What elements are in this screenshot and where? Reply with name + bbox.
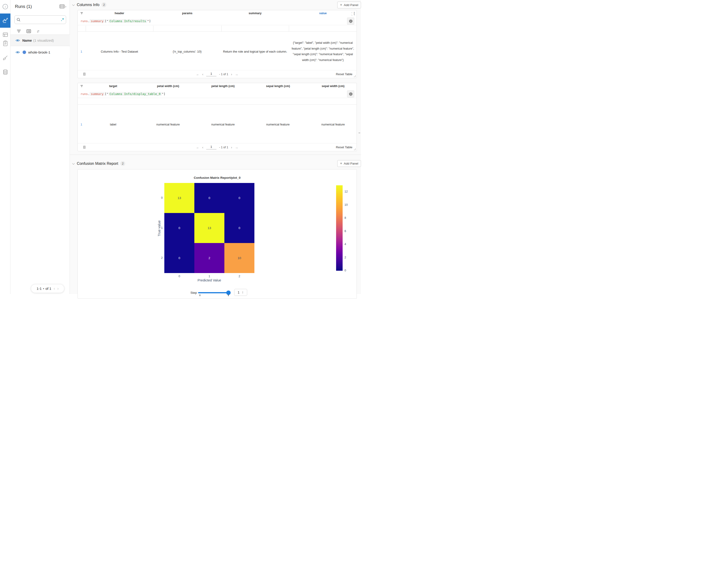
heatmap-cell-1-1[interactable]: 13 bbox=[194, 213, 225, 243]
heatmap-cell-0-1[interactable]: 0 bbox=[194, 183, 225, 213]
visibility-header-row[interactable]: Name (1 visualized) bbox=[10, 35, 70, 46]
panel-count-badge: 2 bbox=[102, 2, 106, 7]
row-height-icon[interactable] bbox=[83, 146, 85, 149]
column-petal-width[interactable]: petal width (cm) bbox=[141, 83, 195, 89]
heatmap-cell-2-2[interactable]: 10 bbox=[225, 243, 254, 273]
section-confusion-header: Confusion Matrix Report 2 bbox=[73, 161, 125, 166]
database-icon[interactable] bbox=[0, 69, 10, 75]
step-number-field[interactable]: ▴▾ bbox=[234, 289, 247, 294]
brush-icon[interactable] bbox=[0, 55, 10, 61]
column-petal-length[interactable]: petal length (cm) bbox=[195, 83, 251, 89]
row-index-link[interactable]: 1 bbox=[81, 50, 82, 53]
x-tick-0: 0 bbox=[164, 275, 194, 278]
column-params[interactable]: params bbox=[153, 10, 221, 16]
filter-icon[interactable] bbox=[78, 10, 86, 16]
y-tick-2: 2 bbox=[155, 256, 163, 259]
next-page-icon[interactable]: › bbox=[231, 72, 232, 76]
page-number-input[interactable] bbox=[206, 72, 216, 77]
runs-pagination[interactable]: 1-1 ▾ of 1 ‹ › bbox=[31, 284, 64, 293]
stepper-arrows-icon[interactable]: ▴▾ bbox=[242, 291, 243, 294]
reset-table-button[interactable]: Reset Table bbox=[336, 146, 353, 149]
section-title[interactable]: Confusion Matrix Report bbox=[77, 161, 118, 166]
section-title[interactable]: Columns Info bbox=[77, 3, 99, 7]
regex-toggle[interactable]: .* bbox=[61, 18, 64, 22]
results-table-panel: runs.summary["Columns Info/results"] hea… bbox=[78, 10, 357, 78]
column-header[interactable]: header bbox=[86, 10, 153, 16]
step-slider-track[interactable] bbox=[198, 292, 230, 293]
collapse-section-icon[interactable] bbox=[72, 162, 75, 164]
step-slider-thumb[interactable] bbox=[226, 291, 231, 294]
x-tick-2: 2 bbox=[225, 275, 254, 278]
panel-query-expression[interactable]: runs.summary["Columns Info/results"] bbox=[78, 17, 357, 25]
panel-settings-button[interactable] bbox=[347, 18, 354, 25]
table-header-row bbox=[78, 26, 357, 31]
step-input[interactable] bbox=[234, 291, 243, 294]
table-header-row bbox=[78, 99, 357, 105]
add-panel-button[interactable]: + Add Panel bbox=[337, 160, 361, 167]
first-page-icon[interactable]: ← bbox=[196, 146, 199, 149]
heatmap-cell-0-2[interactable]: 0 bbox=[225, 183, 254, 213]
heatmap-cell-2-0[interactable]: 0 bbox=[164, 243, 194, 273]
heatmap-cell-0-0[interactable]: 13 bbox=[164, 183, 194, 213]
y-tick-0: 0 bbox=[155, 196, 163, 200]
step-label: Step bbox=[183, 291, 197, 294]
next-page-icon[interactable]: › bbox=[231, 146, 232, 149]
page-number-input[interactable] bbox=[206, 145, 216, 150]
heatmap-cell-1-0[interactable]: 0 bbox=[164, 213, 194, 243]
plot-title: Confusion Matrix Report/plot_0 bbox=[78, 176, 357, 180]
x-tick-1: 1 bbox=[194, 275, 225, 278]
panel-resize-handle[interactable] bbox=[354, 75, 356, 77]
column-sepal-width[interactable]: sepal width (cm) bbox=[305, 83, 361, 89]
group-list-icon[interactable] bbox=[26, 29, 31, 33]
caret-down-icon[interactable]: ▾ bbox=[43, 288, 44, 290]
next-page-icon[interactable]: › bbox=[57, 286, 59, 291]
column-summary[interactable]: summary bbox=[221, 10, 289, 16]
column-sepal-length[interactable]: sepal length (cm) bbox=[251, 83, 305, 89]
sort-icon[interactable]: ↓↑ bbox=[37, 29, 39, 33]
prev-page-icon[interactable]: ‹ bbox=[54, 286, 55, 291]
table-panel-icon[interactable] bbox=[0, 31, 10, 38]
page-range[interactable]: 1-1 bbox=[37, 287, 42, 291]
eye-icon[interactable] bbox=[16, 51, 20, 54]
collapse-section-icon[interactable] bbox=[72, 3, 75, 5]
add-panel-button[interactable]: + Add Panel bbox=[337, 2, 361, 8]
eye-icon[interactable] bbox=[16, 39, 20, 42]
panel-settings-button[interactable] bbox=[347, 90, 354, 98]
filter-icon[interactable] bbox=[17, 29, 21, 33]
row-height-icon[interactable] bbox=[83, 72, 85, 76]
info-icon[interactable]: i bbox=[0, 3, 10, 10]
panel-resize-handle[interactable] bbox=[354, 148, 356, 150]
row-index-link[interactable]: 1 bbox=[81, 123, 82, 126]
colorbar-tick: 4 bbox=[344, 243, 346, 246]
last-page-icon[interactable]: → bbox=[235, 146, 238, 149]
plus-icon: + bbox=[340, 162, 342, 165]
visualized-count: (1 visualized) bbox=[33, 38, 54, 42]
run-search-box[interactable]: .* bbox=[15, 15, 66, 24]
filter-icon[interactable] bbox=[78, 83, 86, 89]
clipboard-icon[interactable] bbox=[0, 40, 10, 46]
column-value[interactable]: value bbox=[289, 10, 357, 16]
cell-target: label bbox=[110, 123, 116, 126]
panel-query-expression[interactable]: runs.summary["Columns Info/display_table… bbox=[78, 90, 357, 98]
column-menu-kebab-icon[interactable]: ⋮ bbox=[352, 10, 357, 16]
plus-icon: + bbox=[340, 3, 342, 7]
name-column-label: Name bbox=[22, 38, 32, 42]
workspace-tab-selected[interactable] bbox=[0, 14, 10, 28]
heatmap-cell-2-1[interactable]: 2 bbox=[194, 243, 225, 273]
prev-page-icon[interactable]: ‹ bbox=[202, 72, 204, 76]
gear-icon bbox=[348, 19, 353, 23]
search-icon bbox=[17, 18, 21, 22]
first-page-icon[interactable]: ← bbox=[196, 72, 199, 76]
last-page-icon[interactable]: → bbox=[235, 72, 238, 76]
scrollbar-thumb[interactable] bbox=[358, 132, 360, 133]
search-input[interactable] bbox=[22, 18, 61, 22]
runs-table-icon[interactable] bbox=[60, 4, 64, 8]
run-list-item[interactable]: whole-brook-1 bbox=[10, 46, 70, 58]
colorbar-tick: 2 bbox=[344, 256, 346, 259]
x-axis-label: Predicted Value bbox=[164, 278, 254, 282]
column-target[interactable]: target bbox=[86, 83, 141, 89]
reset-table-button[interactable]: Reset Table bbox=[336, 72, 353, 76]
expand-runs-chevron-icon[interactable]: › bbox=[65, 4, 66, 8]
prev-page-icon[interactable]: ‹ bbox=[202, 146, 204, 149]
heatmap-cell-1-2[interactable]: 0 bbox=[225, 213, 254, 243]
